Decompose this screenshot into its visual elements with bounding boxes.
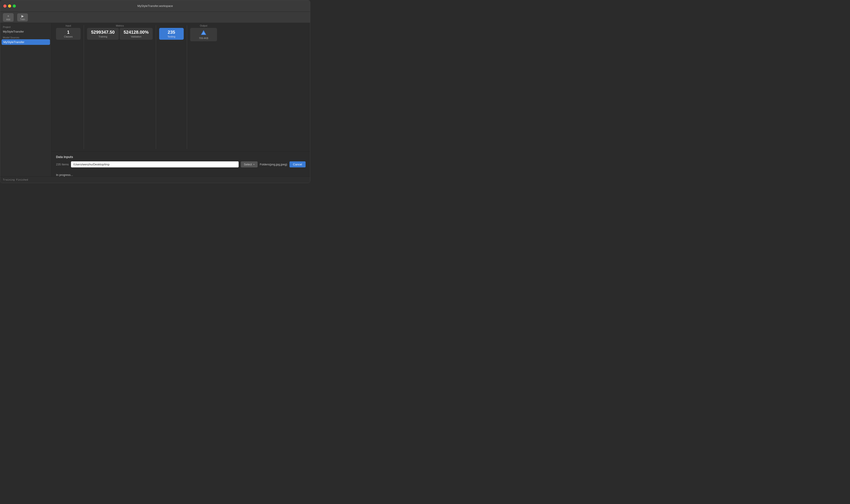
cancel-label: Cancel <box>293 163 302 166</box>
minimize-button[interactable] <box>8 4 11 7</box>
toolbar: ＋ Add ▶ Train <box>0 12 310 23</box>
main-content: Input 1 Classes Metrics 5299347.50 <box>52 23 310 183</box>
maximize-button[interactable] <box>13 4 16 7</box>
select-button[interactable]: Select ▾ <box>241 161 258 167</box>
sidebar-item-mystyletransfer-active[interactable]: MyStyleTransfer <box>2 39 50 45</box>
output-size: 709.4KB <box>199 37 208 39</box>
data-inputs-area: Data Inputs 235 Items Select ▾ Folders(p… <box>52 151 310 171</box>
model-sources-label: Model Sources <box>0 34 51 39</box>
validation-value: 524128.00% <box>124 30 149 35</box>
progress-status-label: In progress... <box>56 173 306 177</box>
validation-card: 524128.00% Validation <box>120 28 153 40</box>
select-label: Select <box>244 163 252 166</box>
sidebar-item-label: MyStyleTransfer <box>3 30 24 33</box>
plus-icon: ＋ <box>7 14 10 18</box>
app-body: Project MyStyleTransfer Model Sources My… <box>0 23 310 183</box>
output-card: 709.4KB <box>190 28 217 41</box>
play-icon: ▶ <box>21 14 24 18</box>
add-button[interactable]: ＋ Add <box>3 13 14 22</box>
sidebar-item-mystyletransfer-root[interactable]: MyStyleTransfer <box>0 29 51 34</box>
window-title: MyStyleTransfer.workspace <box>137 4 173 7</box>
output-icon <box>200 30 207 36</box>
testing-group: 235 Testing <box>159 24 184 150</box>
data-inputs-title: Data Inputs <box>56 155 306 159</box>
cancel-button[interactable]: Cancel <box>290 161 306 167</box>
chevron-down-icon: ▾ <box>253 163 254 166</box>
titlebar: MyStyleTransfer.workspace <box>0 0 310 12</box>
classes-label: Classes <box>64 35 73 38</box>
testing-label: Testing <box>168 35 176 38</box>
train-label: Train <box>20 18 25 20</box>
project-section-label: Project <box>0 25 51 29</box>
input-label: Input <box>66 24 71 27</box>
training-label: Training <box>98 35 107 38</box>
traffic-lights <box>3 4 16 7</box>
sidebar-active-label: MyStyleTransfer <box>3 40 24 44</box>
metrics-label: Metrics <box>116 24 124 27</box>
output-group: Output 709.4KB <box>190 24 217 150</box>
train-button[interactable]: ▶ Train <box>17 13 28 21</box>
training-value: 5299347.50 <box>91 30 115 35</box>
validation-label: Validation <box>131 35 142 38</box>
sidebar: Project MyStyleTransfer Model Sources My… <box>0 23 52 183</box>
testing-card[interactable]: 235 Testing <box>159 28 184 40</box>
metrics-bar: Input 1 Classes Metrics 5299347.50 <box>52 23 310 151</box>
path-input[interactable] <box>71 161 238 167</box>
close-button[interactable] <box>3 4 6 7</box>
items-label: 235 Items <box>56 163 69 166</box>
testing-value: 235 <box>168 30 175 35</box>
training-card: 5299347.50 Training <box>87 28 119 40</box>
add-label: Add <box>6 18 10 21</box>
classes-card: 1 Classes <box>56 28 80 40</box>
classes-value: 1 <box>67 30 69 35</box>
metrics-group: Metrics 5299347.50 Training 524128.00% V… <box>87 24 153 150</box>
input-group: Input 1 Classes <box>56 24 80 150</box>
input-row: 235 Items Select ▾ Folders(png,jpg,jpeg)… <box>56 161 306 167</box>
status-bar: Training Finished <box>0 177 310 183</box>
status-text: Training Finished <box>3 178 28 181</box>
folders-label: Folders(png,jpg,jpeg) <box>260 163 287 166</box>
output-label: Output <box>200 24 207 27</box>
